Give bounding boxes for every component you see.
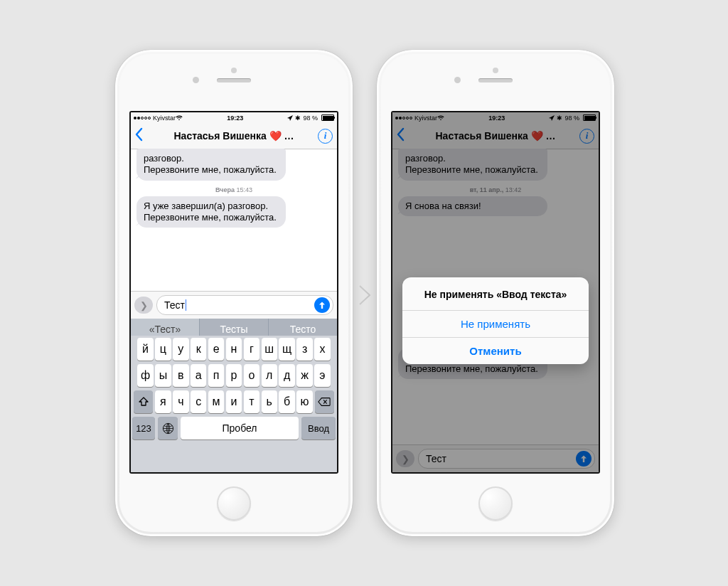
- key-р[interactable]: р: [226, 364, 242, 387]
- key-з[interactable]: з: [296, 338, 312, 361]
- battery-icon: [320, 114, 334, 121]
- key-л[interactable]: л: [262, 364, 277, 387]
- status-bar: Kyivstar 19:23 ✱ 98 %: [131, 112, 337, 123]
- key-у[interactable]: у: [173, 338, 188, 361]
- key-й[interactable]: й: [137, 338, 153, 361]
- shift-icon: [138, 396, 149, 407]
- iphone-left: Kyivstar 19:23 ✱ 98 %: [115, 50, 353, 536]
- key-п[interactable]: п: [208, 364, 224, 387]
- key-ы[interactable]: ы: [155, 364, 171, 387]
- arrow-up-icon: [318, 301, 326, 309]
- wifi-icon: [176, 115, 183, 121]
- alert-undo-button[interactable]: Не применять: [402, 310, 589, 337]
- proximity-sensor: [493, 68, 498, 73]
- key-д[interactable]: д: [279, 364, 294, 387]
- key-и[interactable]: и: [226, 390, 242, 413]
- chevron-right-icon: ❯: [140, 300, 148, 311]
- chevron-left-icon: [134, 127, 144, 142]
- alert-title: Не применять «Ввод текста»: [402, 277, 589, 310]
- screen: Kyivstar 19:23 ✱ 98 %: [129, 111, 338, 474]
- location-icon: [287, 115, 293, 121]
- info-button[interactable]: i: [318, 129, 333, 144]
- key-а[interactable]: а: [191, 364, 206, 387]
- front-camera: [193, 77, 199, 83]
- send-button[interactable]: [314, 297, 330, 313]
- earpiece-speaker: [217, 78, 251, 82]
- key-о[interactable]: о: [244, 364, 259, 387]
- nav-bar: Настасья Вишенка ❤️ … i: [131, 123, 337, 149]
- message-input-bar: ❯ Тест: [131, 291, 337, 319]
- home-button[interactable]: [478, 486, 513, 521]
- space-key[interactable]: Пробел: [181, 417, 299, 440]
- backspace-icon: [318, 397, 331, 407]
- key-е[interactable]: е: [208, 338, 224, 361]
- contact-name[interactable]: Настасья Вишенка ❤️ …: [152, 130, 316, 142]
- alert-cancel-button[interactable]: Отменить: [402, 337, 589, 364]
- key-ц[interactable]: ц: [155, 338, 171, 361]
- key-в[interactable]: в: [173, 364, 188, 387]
- heart-icon: ❤️: [269, 130, 282, 142]
- messages-thread[interactable]: разговор. Перезвоните мне, пожалуйста. В…: [131, 149, 337, 292]
- message-text-field[interactable]: Тест: [156, 295, 333, 315]
- iphone-right: Kyivstar 19:23 ✱ 98 % Настасья: [377, 50, 614, 536]
- backspace-key[interactable]: [315, 390, 334, 413]
- globe-icon: [162, 422, 174, 435]
- key-м[interactable]: м: [208, 390, 224, 413]
- signal-dots-icon: [134, 114, 151, 122]
- apps-toggle-button[interactable]: ❯: [134, 297, 153, 314]
- bluetooth-icon: ✱: [295, 114, 301, 122]
- key-н[interactable]: н: [226, 338, 242, 361]
- earpiece-speaker: [478, 78, 513, 82]
- screen: Kyivstar 19:23 ✱ 98 % Настасья: [391, 111, 600, 474]
- key-ю[interactable]: ю: [296, 390, 312, 413]
- key-я[interactable]: я: [155, 390, 171, 413]
- key-с[interactable]: с: [191, 390, 206, 413]
- battery-pct: 98 %: [303, 114, 318, 122]
- home-button[interactable]: [217, 486, 251, 521]
- key-х[interactable]: х: [314, 338, 330, 361]
- carrier-label: Kyivstar: [153, 114, 176, 122]
- statusbar-time: 19:23: [227, 114, 243, 122]
- key-ь[interactable]: ь: [262, 390, 277, 413]
- numbers-key[interactable]: 123: [132, 417, 155, 440]
- message-bubble[interactable]: Я уже завершил(а) разговор. Перезвоните …: [136, 196, 286, 228]
- key-э[interactable]: э: [314, 364, 330, 387]
- front-camera: [454, 77, 461, 83]
- text-cursor: [186, 299, 187, 311]
- transition-arrow-icon: [357, 284, 373, 309]
- globe-key[interactable]: [158, 417, 178, 440]
- key-ч[interactable]: ч: [173, 390, 188, 413]
- key-к[interactable]: к: [191, 338, 206, 361]
- shift-key[interactable]: [134, 390, 153, 413]
- key-т[interactable]: т: [244, 390, 259, 413]
- key-ф[interactable]: ф: [137, 364, 153, 387]
- key-щ[interactable]: щ: [279, 338, 294, 361]
- return-key[interactable]: Ввод: [301, 417, 336, 440]
- proximity-sensor: [231, 68, 237, 73]
- keyboard: йцукенгшщзх фывапролджэ ячсмитьбю 123: [131, 336, 337, 472]
- message-bubble[interactable]: разговор. Перезвоните мне, пожалуйста.: [136, 149, 286, 181]
- undo-alert: Не применять «Ввод текста» Не применять …: [402, 277, 589, 364]
- message-text-value: Тест: [164, 299, 185, 311]
- key-б[interactable]: б: [279, 390, 294, 413]
- key-ж[interactable]: ж: [296, 364, 312, 387]
- back-button[interactable]: [134, 127, 144, 144]
- key-ш[interactable]: ш: [262, 338, 277, 361]
- timestamp: Вчера 15:43: [131, 186, 337, 193]
- key-г[interactable]: г: [244, 338, 259, 361]
